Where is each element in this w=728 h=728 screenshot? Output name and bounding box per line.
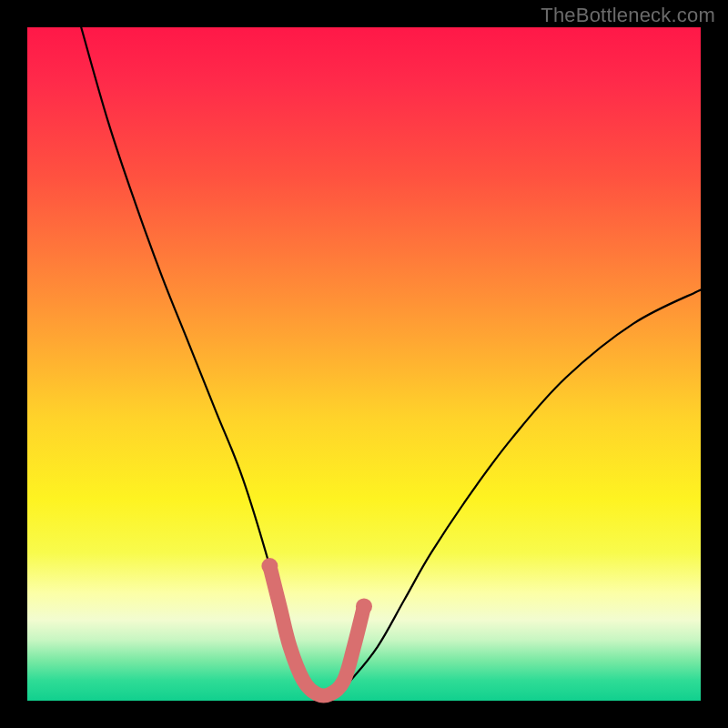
svg-point-1 bbox=[356, 598, 372, 614]
watermark-text: TheBottleneck.com bbox=[541, 4, 715, 27]
svg-point-0 bbox=[261, 558, 278, 574]
curve-svg bbox=[27, 27, 701, 701]
chart-frame: TheBottleneck.com bbox=[0, 0, 728, 728]
bottleneck-curve bbox=[81, 27, 701, 695]
plot-area bbox=[27, 27, 701, 701]
